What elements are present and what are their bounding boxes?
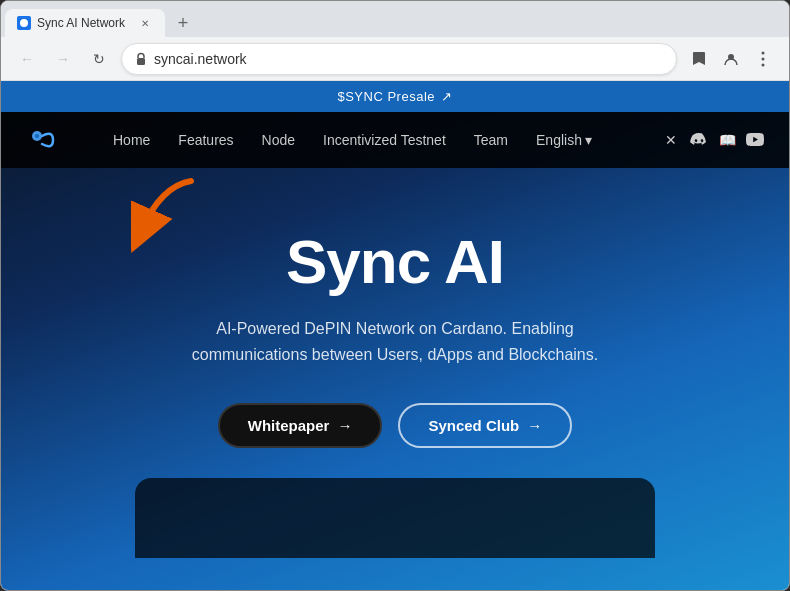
preview-card	[135, 478, 655, 558]
nav-features[interactable]: Features	[166, 126, 245, 154]
tab-title: Sync AI Network	[37, 16, 125, 30]
hero-title: Sync AI	[286, 228, 504, 296]
announcement-bar[interactable]: $SYNC Presale ↗	[1, 81, 789, 112]
twitter-icon[interactable]: ✕	[661, 130, 681, 150]
announcement-arrow: ↗	[441, 89, 453, 104]
tab-close-button[interactable]: ✕	[137, 15, 153, 31]
hero-buttons: Whitepaper → Synced Club →	[218, 403, 573, 448]
discord-icon[interactable]	[689, 130, 709, 150]
nav-home[interactable]: Home	[101, 126, 162, 154]
youtube-icon[interactable]	[745, 130, 765, 150]
tab-favicon	[17, 16, 31, 30]
menu-button[interactable]	[749, 45, 777, 73]
svg-point-8	[35, 134, 39, 138]
nav-social: ✕ 📖	[661, 130, 765, 150]
nav-language[interactable]: English ▾	[524, 126, 604, 154]
forward-button[interactable]: →	[49, 45, 77, 73]
toolbar-right	[685, 45, 777, 73]
svg-rect-1	[137, 58, 145, 65]
dropdown-arrow: ▾	[585, 132, 592, 148]
active-tab[interactable]: Sync AI Network ✕	[5, 9, 165, 37]
nav-node[interactable]: Node	[250, 126, 307, 154]
synced-club-button[interactable]: Synced Club →	[398, 403, 572, 448]
announcement-text: $SYNC Presale	[337, 89, 435, 104]
address-bar[interactable]: syncai.network	[121, 43, 677, 75]
site-logo[interactable]	[25, 122, 61, 158]
nav-links: Home Features Node Incentivized Testnet …	[101, 126, 661, 154]
new-tab-button[interactable]: +	[169, 9, 197, 37]
nav-incentivized[interactable]: Incentivized Testnet	[311, 126, 458, 154]
gitbook-icon[interactable]: 📖	[717, 130, 737, 150]
site-nav: Home Features Node Incentivized Testnet …	[1, 112, 789, 168]
whitepaper-button[interactable]: Whitepaper →	[218, 403, 383, 448]
website-content: $SYNC Presale ↗ Home Features Node Incen…	[1, 81, 789, 590]
svg-point-5	[762, 63, 765, 66]
nav-team[interactable]: Team	[462, 126, 520, 154]
secure-icon	[134, 52, 148, 66]
hero-section: Sync AI AI-Powered DePIN Network on Card…	[1, 168, 789, 578]
address-text: syncai.network	[154, 51, 664, 67]
hero-subtitle: AI-Powered DePIN Network on Cardano. Ena…	[175, 316, 615, 367]
browser-window: Sync AI Network ✕ + ← → ↻ syncai.network	[0, 0, 790, 591]
address-bar-row: ← → ↻ syncai.network	[1, 37, 789, 81]
profile-button[interactable]	[717, 45, 745, 73]
logo-mark	[25, 122, 61, 158]
svg-point-4	[762, 57, 765, 60]
svg-point-3	[762, 51, 765, 54]
tabs-bar: Sync AI Network ✕ +	[1, 1, 789, 37]
back-button[interactable]: ←	[13, 45, 41, 73]
svg-point-0	[20, 19, 28, 27]
bookmark-button[interactable]	[685, 45, 713, 73]
refresh-button[interactable]: ↻	[85, 45, 113, 73]
